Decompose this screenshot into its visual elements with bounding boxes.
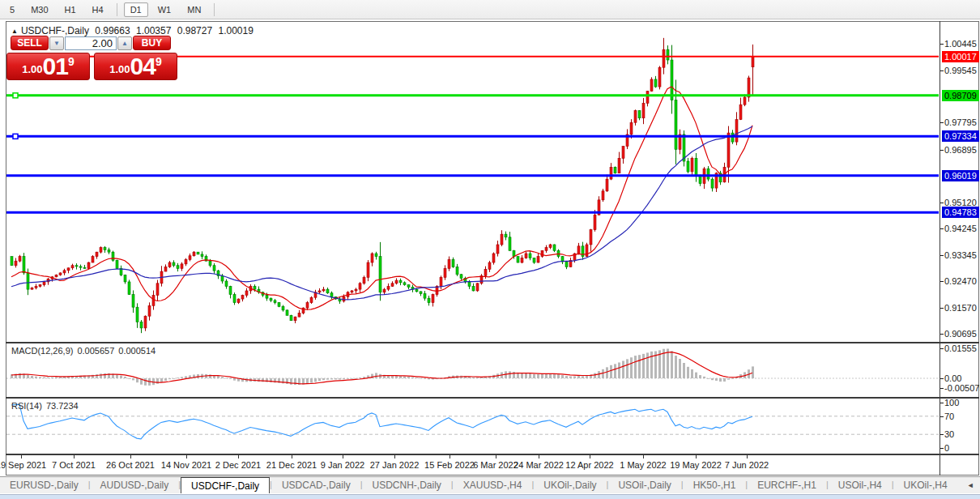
period-button-m30[interactable]: M30 — [24, 2, 54, 17]
tab-xauusdh4[interactable]: XAUUSD-,H4 — [454, 477, 532, 493]
candle — [476, 284, 479, 291]
period-button-5[interactable]: 5 — [3, 2, 21, 17]
candle — [594, 215, 596, 229]
axis-tick — [940, 281, 944, 282]
axis-tick — [940, 388, 944, 389]
volume-input[interactable] — [65, 36, 117, 50]
buy-price-whole: 1.00 — [109, 62, 130, 78]
period-button-h1[interactable]: H1 — [58, 2, 83, 17]
hline-handle[interactable] — [13, 93, 18, 98]
date-tick — [343, 455, 343, 458]
candle — [96, 252, 98, 257]
ohlc-close: 1.00019 — [218, 25, 253, 36]
axis-tick — [940, 378, 944, 379]
period-button-d1[interactable]: D1 — [124, 2, 148, 17]
candle — [415, 289, 418, 292]
tab-scroll-left-icon[interactable]: ◄ — [967, 481, 974, 489]
candle — [266, 295, 268, 298]
candle — [582, 246, 584, 257]
candle — [752, 57, 754, 67]
rsi-tick-0: 0 — [944, 443, 949, 454]
axis-tick — [940, 448, 944, 449]
sell-button[interactable]: SELL — [11, 36, 49, 50]
candle — [87, 262, 90, 268]
candle — [128, 282, 130, 295]
tab-eurusddaily[interactable]: EURUSD-,Daily — [0, 477, 88, 493]
candle — [460, 275, 462, 279]
price-badge-1.00017: 1.00017 — [942, 51, 979, 62]
candle — [699, 176, 701, 183]
candle — [610, 167, 612, 179]
candle — [181, 264, 183, 269]
buy-price-pips: 04 — [130, 55, 156, 78]
candle — [509, 237, 511, 251]
tab-usdchfdaily[interactable]: USDCHF-,Daily — [181, 477, 270, 493]
volume-increase-button[interactable]: ▲ — [117, 36, 132, 50]
tab-hk50h1[interactable]: HK50-,H1 — [684, 477, 746, 493]
axis-tick — [940, 255, 944, 256]
candle — [201, 254, 203, 257]
candle — [671, 60, 673, 100]
candle — [727, 133, 730, 167]
ohlc-open: 0.99663 — [95, 25, 130, 36]
buy-price-tile[interactable]: 1.00049 — [94, 53, 177, 80]
volume-decrease-button[interactable]: ▼ — [49, 36, 64, 50]
tab-audusddaily[interactable]: AUDUSD-,Daily — [91, 477, 179, 493]
candle — [23, 257, 25, 273]
candle — [432, 295, 434, 303]
candle — [124, 275, 126, 282]
period-button-w1[interactable]: W1 — [151, 2, 178, 17]
candle — [371, 254, 373, 262]
candle — [399, 280, 402, 283]
candle — [116, 260, 118, 268]
price-tick-0.90695: 0.90695 — [944, 329, 977, 339]
candle — [351, 291, 353, 292]
date-tick — [186, 455, 187, 458]
sell-price-tile[interactable]: 1.00019 — [6, 53, 90, 80]
tab-ukoildaily[interactable]: UKOil-,Daily — [534, 477, 606, 493]
tab-usdcnhdaily[interactable]: USDCNH-,Daily — [363, 477, 451, 493]
date-label: 26 Oct 2021 — [106, 460, 155, 470]
candle — [650, 79, 653, 92]
candle — [492, 254, 495, 262]
candle — [156, 284, 159, 296]
candle — [403, 283, 406, 285]
candle — [634, 111, 637, 123]
price-axis-separator — [940, 21, 940, 476]
candle — [468, 282, 471, 287]
tab-eurchfh1[interactable]: EURCHF-,H1 — [748, 477, 826, 493]
candle — [387, 286, 390, 289]
axis-tick — [940, 348, 944, 349]
tab-usoildaily[interactable]: USOil-,Daily — [608, 477, 680, 493]
tab-usdcaddaily[interactable]: USDCAD-,Daily — [272, 477, 360, 493]
candle — [695, 158, 697, 176]
candle — [521, 258, 523, 263]
period-button-mn[interactable]: MN — [181, 2, 207, 17]
date-label: 19 Sep 2021 — [0, 460, 46, 470]
candle — [177, 266, 179, 269]
candle — [667, 49, 669, 60]
candle — [533, 258, 535, 263]
tab-usoilh4[interactable]: USOil-,H4 — [829, 477, 892, 493]
buy-button[interactable]: BUY — [133, 36, 171, 50]
candle — [213, 266, 215, 271]
period-button-h4[interactable]: H4 — [86, 2, 110, 17]
tab-ukoilh4[interactable]: UKOil-,H4 — [894, 477, 957, 493]
candle — [602, 191, 604, 200]
candle — [318, 291, 321, 292]
candle — [590, 230, 592, 245]
panel-separator — [6, 397, 979, 399]
candle — [355, 289, 357, 291]
hline-handle[interactable] — [13, 134, 18, 139]
rsi-value: 73.7234 — [46, 401, 79, 411]
candle — [152, 295, 155, 305]
candle — [193, 252, 195, 256]
candle — [11, 257, 13, 266]
collapse-arrow-icon[interactable]: ▲ — [11, 28, 18, 35]
candle — [448, 259, 450, 268]
candle — [67, 268, 70, 271]
candle — [59, 273, 62, 275]
candle — [646, 92, 649, 104]
candle — [282, 306, 284, 310]
rsi-panel-canvas[interactable] — [6, 399, 939, 454]
